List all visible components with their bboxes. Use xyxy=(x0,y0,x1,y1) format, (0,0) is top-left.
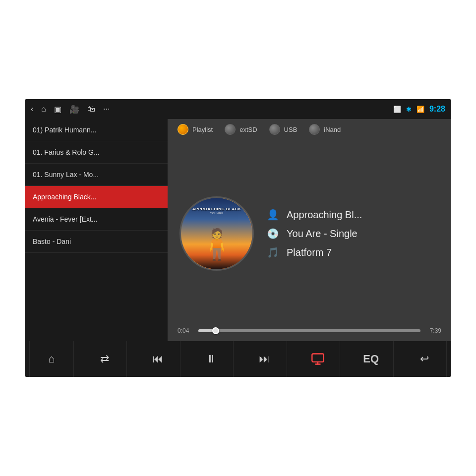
track-info: 👤 Approaching Bl... 💿 You Are - Single 🎵… xyxy=(266,209,439,258)
status-bar-right: ⬜ ✱ 📶 9:28 xyxy=(393,105,445,114)
back-button[interactable]: ‹ xyxy=(31,105,33,114)
extsd-dot xyxy=(225,124,236,135)
bag-icon[interactable]: 🛍 xyxy=(87,105,95,114)
playlist-label: Playlist xyxy=(192,126,213,133)
album-art: APPROACHING BLACK YOU ARE 🧍 xyxy=(179,196,254,271)
home-control-button[interactable]: ⌂ xyxy=(29,341,74,377)
tab-playlist[interactable]: Playlist xyxy=(178,124,213,135)
source-tabs: Playlist extSD USB iNand xyxy=(168,119,451,140)
progress-fill xyxy=(198,329,216,332)
album-art-inner: APPROACHING BLACK YOU ARE 🧍 xyxy=(181,198,252,269)
album-row: 💿 You Are - Single xyxy=(266,228,439,239)
tab-usb[interactable]: USB xyxy=(269,124,298,135)
playlist-item[interactable]: 01. Farius & Rolo G... xyxy=(25,141,168,164)
playlist-dot xyxy=(178,124,188,135)
back-control-icon: ↩ xyxy=(420,353,429,365)
playlist-item[interactable]: Basto - Dani xyxy=(25,231,168,253)
status-bar: ‹ ⌂ ▣ 🎥 🛍 ··· ⬜ ✱ 📶 9:28 xyxy=(25,99,451,119)
controls-bar: ⌂ ⇄ ⏮ ⏸ ⏭ EQ ↩ xyxy=(25,341,451,377)
album-art-figure: 🧍 xyxy=(198,230,236,259)
shuffle-button[interactable]: ⇄ xyxy=(82,341,127,377)
status-time: 9:28 xyxy=(429,105,445,114)
progress-bar[interactable] xyxy=(198,329,420,332)
pause-button[interactable]: ⏸ xyxy=(189,341,234,377)
repeat-icon xyxy=(311,352,325,366)
eq-label: EQ xyxy=(363,353,379,365)
extsd-label: extSD xyxy=(239,126,257,133)
artist-icon: 👤 xyxy=(266,209,280,221)
main-content: 01) Patrik Humann... 01. Farius & Rolo G… xyxy=(25,119,451,341)
device-screen: ‹ ⌂ ▣ 🎥 🛍 ··· ⬜ ✱ 📶 9:28 01) Patrik Huma… xyxy=(25,99,451,377)
eq-button[interactable]: EQ xyxy=(349,341,394,377)
prev-button[interactable]: ⏮ xyxy=(136,341,180,377)
inand-dot xyxy=(309,124,320,135)
more-button[interactable]: ··· xyxy=(103,105,110,114)
recent-apps-button[interactable]: ▣ xyxy=(54,105,61,114)
next-icon: ⏭ xyxy=(259,353,270,365)
playlist-item[interactable]: 01. Sunny Lax - Mo... xyxy=(25,164,168,186)
svg-rect-0 xyxy=(312,354,323,362)
cast-icon: ⬜ xyxy=(393,106,401,113)
pause-icon: ⏸ xyxy=(206,353,217,365)
progress-total: 7:39 xyxy=(425,327,441,334)
album-name: You Are - Single xyxy=(287,228,357,239)
player-body: APPROACHING BLACK YOU ARE 🧍 👤 Approachin… xyxy=(168,140,451,327)
album-icon: 💿 xyxy=(266,228,280,239)
progress-section: 0:04 7:39 xyxy=(168,327,451,341)
playlist-item[interactable]: Avenia - Fever [Ext... xyxy=(25,208,168,231)
tab-inand[interactable]: iNand xyxy=(309,124,341,135)
usb-label: USB xyxy=(284,126,298,133)
bluetooth-icon: ✱ xyxy=(406,106,412,113)
album-art-title: APPROACHING BLACK xyxy=(192,207,241,211)
back-control-button[interactable]: ↩ xyxy=(402,341,447,377)
music-note-icon: 🎵 xyxy=(266,246,280,258)
artist-name: Approaching Bl... xyxy=(287,209,362,221)
progress-current: 0:04 xyxy=(178,327,193,334)
artist-row: 👤 Approaching Bl... xyxy=(266,209,439,221)
playlist-sidebar: 01) Patrik Humann... 01. Farius & Rolo G… xyxy=(25,119,168,341)
home-control-icon: ⌂ xyxy=(48,353,55,365)
status-bar-left: ‹ ⌂ ▣ 🎥 🛍 ··· xyxy=(31,105,110,114)
shuffle-icon: ⇄ xyxy=(100,353,109,365)
home-button[interactable]: ⌂ xyxy=(41,105,46,114)
playlist-name: Platform 7 xyxy=(287,247,332,258)
playlist-item-active[interactable]: Approaching Black... xyxy=(25,186,168,208)
playlist-row: 🎵 Platform 7 xyxy=(266,246,439,258)
player-panel: Playlist extSD USB iNand xyxy=(168,119,451,341)
album-art-subtitle: YOU ARE xyxy=(210,212,224,215)
progress-thumb[interactable] xyxy=(212,327,219,334)
inand-label: iNand xyxy=(324,126,341,133)
next-button[interactable]: ⏭ xyxy=(242,341,287,377)
camera-button[interactable]: 🎥 xyxy=(69,105,79,114)
wifi-icon: 📶 xyxy=(416,106,424,113)
prev-icon: ⏮ xyxy=(152,353,163,365)
playlist-item[interactable]: 01) Patrik Humann... xyxy=(25,119,168,141)
usb-dot xyxy=(269,124,280,135)
repeat-button[interactable] xyxy=(296,341,340,377)
tab-extsd[interactable]: extSD xyxy=(225,124,257,135)
